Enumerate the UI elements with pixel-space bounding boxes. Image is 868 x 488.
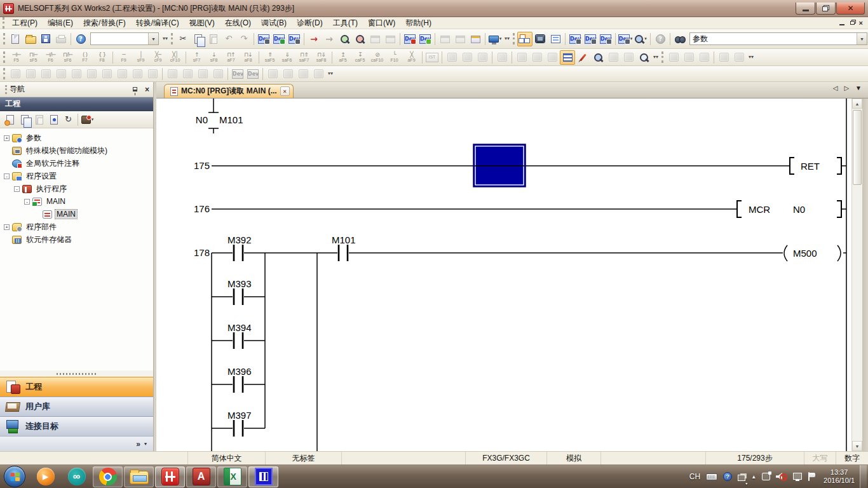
device-find-button[interactable]: ▾ — [633, 32, 648, 46]
menu-item-online[interactable]: 在线(O) — [220, 17, 256, 29]
toolbar-grip[interactable] — [3, 33, 5, 44]
window-c-button[interactable] — [468, 32, 483, 46]
ladder-symbol-aF8[interactable]: ⊓↓aF8 — [240, 50, 257, 65]
nav-sort-filter-button[interactable]: ▾ — [80, 112, 95, 126]
taskbar-gx-simulator[interactable] — [248, 466, 278, 487]
menu-item-convert-compile[interactable]: 转换/编译(C) — [131, 17, 184, 29]
document-tab[interactable]: MC:N0 [PRG]读取 MAIN (... × — [164, 84, 294, 98]
ladder-symbol-cF9[interactable]: ╳─cF9 — [149, 50, 166, 65]
menu-item-diagnostics[interactable]: 诊断(D) — [292, 17, 328, 29]
restore-button[interactable] — [816, 3, 836, 15]
ladder-symbol-F8[interactable]: { }F8 — [93, 50, 111, 65]
network-icon[interactable] — [793, 473, 802, 481]
monitor-stop-button[interactable] — [352, 32, 367, 46]
scroll-down-button[interactable]: ▼ — [852, 441, 862, 451]
quick-find-combo[interactable]: ▼ — [90, 32, 159, 45]
tree-item-intelligent-function-module[interactable]: 特殊模块(智能功能模块) — [0, 144, 153, 157]
toolbar-overflow[interactable]: ▾▾ — [326, 71, 335, 76]
toolbar-grip[interactable] — [661, 51, 663, 63]
find-contact-coil-button[interactable] — [590, 50, 606, 65]
read-from-plc-button[interactable]: Dev — [271, 32, 287, 46]
dropdown-arrow-icon[interactable]: ▾ — [644, 36, 647, 41]
note-edit-button[interactable] — [575, 50, 590, 65]
device-display-button[interactable]: Dev▾ — [618, 32, 633, 46]
show-desktop-button[interactable] — [860, 465, 867, 488]
ladder-symbol-saF7[interactable]: ⊓⇑saF7 — [295, 50, 313, 65]
tree-item-main-ladder[interactable]: MAIN — [0, 208, 153, 220]
save-project-button[interactable] — [38, 32, 53, 46]
dropdown-arrow-icon[interactable]: ▾ — [92, 117, 94, 122]
ladder-symbol-aF9[interactable]: ╳aF9 — [403, 50, 420, 65]
action-center-icon[interactable] — [808, 472, 815, 481]
nav-grip[interactable] — [5, 85, 7, 94]
menu-item-tools[interactable]: 工具(T) — [328, 17, 363, 29]
ladder-symbol-sF5[interactable]: ⊓⊢sF5 — [25, 50, 42, 65]
ladder-symbol-F5[interactable]: ⊣⊢F5 — [8, 50, 25, 65]
start-button[interactable] — [4, 466, 25, 487]
monitor-start-button[interactable] — [337, 32, 352, 46]
ladder-symbol-saF5[interactable]: ⇑saF5 — [261, 50, 278, 65]
tab-close-button[interactable]: × — [280, 86, 290, 96]
dropdown-arrow-icon[interactable]: ▾ — [499, 36, 502, 41]
nav-footer-chevron[interactable]: » — [136, 440, 140, 449]
menu-item-help[interactable]: 帮助(H) — [400, 17, 437, 29]
ladder-symbol-sF6[interactable]: ⊓/⊢sF6 — [59, 50, 76, 65]
taskbar-autocad[interactable] — [186, 466, 216, 487]
tab-scroll-left[interactable]: ◁ — [833, 85, 838, 92]
menubar-grip[interactable] — [3, 17, 4, 29]
tree-item-program-setting[interactable]: -程序设置 — [0, 170, 153, 182]
tree-item-main-program-block[interactable]: -MAIN — [0, 195, 153, 208]
ladder-symbol-aF5[interactable]: ↥aF5 — [334, 50, 351, 65]
ladder-symbol-cF10[interactable]: ╳│cF10 — [166, 50, 184, 65]
combo-dropdown-arrow[interactable]: ▼ — [857, 33, 867, 44]
device-read-mode-button[interactable]: Dev — [417, 32, 433, 46]
scroll-track[interactable] — [852, 109, 862, 441]
watch-target-combo[interactable]: 参数▼ — [689, 32, 867, 45]
nav-new-item-button[interactable] — [3, 112, 17, 126]
toolbar-grip[interactable] — [513, 33, 515, 44]
title-bar[interactable]: MELSOFT系列 GX Works2 (工程未设置) - [MC:N0 [PR… — [0, 0, 868, 17]
taskbar-windows-explorer[interactable] — [124, 466, 154, 487]
simulation-monitor-button[interactable]: ▾ — [487, 32, 503, 46]
menu-item-debug[interactable]: 调试(B) — [256, 17, 292, 29]
tray-window-icon[interactable] — [738, 475, 745, 481]
ladder-symbol-F7[interactable]: ( )F7 — [76, 50, 93, 65]
tab-list-dropdown[interactable]: ▼ — [855, 85, 862, 92]
ladder-symbol-F9[interactable]: ─F9 — [115, 50, 132, 65]
nav-button-project[interactable]: 工程 — [0, 377, 153, 396]
dropdown-arrow-icon[interactable]: ▾ — [630, 36, 633, 41]
tree-item-global-device-comment[interactable]: 全局软元件注释 — [0, 157, 153, 170]
mdi-close-button[interactable]: × — [859, 19, 863, 27]
navigation-window-toggle-button[interactable] — [517, 32, 532, 46]
taskbar-arduino[interactable] — [62, 466, 92, 487]
nav-button-user-library[interactable]: 用户库 — [0, 396, 153, 416]
minimize-button[interactable] — [796, 3, 815, 15]
cross-reference-button[interactable] — [672, 32, 688, 46]
ladder-symbol-F10[interactable]: └F10 — [386, 50, 403, 65]
toolbar-overflow[interactable]: ▾▾ — [503, 36, 512, 41]
cut-button[interactable]: ✂ — [175, 32, 191, 46]
ladder-symbol-saF6[interactable]: ⇓saF6 — [278, 50, 295, 65]
nav-property-button[interactable] — [46, 112, 61, 126]
write-to-plc-button[interactable]: Dev — [256, 32, 271, 46]
device-network-view-button[interactable]: Dev — [598, 32, 613, 46]
tree-item-pou[interactable]: +程序部件 — [0, 220, 153, 233]
ladder-symbol-sF7[interactable]: ↑sF7 — [188, 50, 205, 65]
show-hidden-icons[interactable]: ▲ — [751, 474, 756, 480]
ladder-symbol-sF8[interactable]: ↓sF8 — [205, 50, 222, 65]
taskbar-clock[interactable]: 13:372016/10/1 — [824, 468, 855, 485]
taskbar-gx-works2[interactable] — [155, 466, 185, 487]
nav-footer-arrow[interactable]: ▾ — [144, 441, 147, 447]
tab-scroll-right[interactable]: ▷ — [844, 85, 849, 92]
device-write-mode-button[interactable]: Dev — [402, 32, 417, 46]
menu-item-project[interactable]: 工程(P) — [7, 17, 43, 29]
nav-button-connection-target[interactable]: 连接目标 — [0, 416, 153, 436]
nav-refresh-button[interactable]: ↻ — [61, 112, 76, 126]
taskbar-excel[interactable] — [217, 466, 247, 487]
ladder-symbol-caF10[interactable]: ⊘caF10 — [369, 50, 386, 65]
menu-item-view[interactable]: 视图(V) — [184, 17, 220, 29]
toolbar-grip[interactable] — [3, 68, 5, 79]
mdi-restore-button[interactable] — [850, 21, 855, 25]
copy-button[interactable] — [191, 32, 206, 46]
pin-icon[interactable] — [133, 87, 137, 92]
